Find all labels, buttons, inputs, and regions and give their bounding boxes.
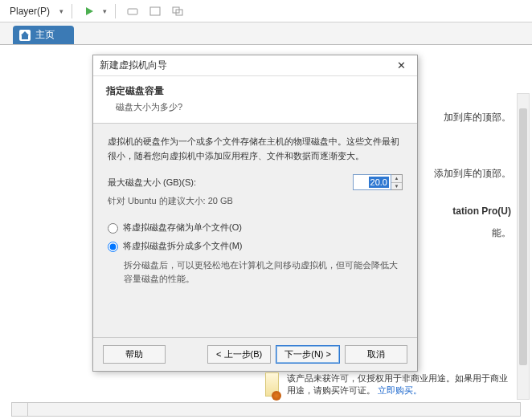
send-key-icon[interactable] — [124, 2, 141, 20]
play-icon[interactable] — [80, 2, 98, 20]
disk-size-input[interactable]: 20.0 — [353, 174, 391, 190]
unity-icon[interactable] — [169, 2, 186, 20]
spinner-down-icon[interactable]: ▼ — [391, 183, 402, 190]
wizard-description: 虚拟机的硬盘作为一个或多个文件存储在主机的物理磁盘中。这些文件最初很小，随着您向… — [108, 135, 403, 163]
svg-marker-0 — [86, 7, 93, 15]
player-menu[interactable]: Player(P) — [5, 4, 55, 18]
close-icon[interactable]: ✕ — [392, 59, 411, 71]
statusbar-cell — [12, 403, 28, 416]
split-note-text: 拆分磁盘后，可以更轻松地在计算机之间移动虚拟机，但可能会降低大容量磁盘的性能。 — [124, 258, 403, 285]
bg-text-3: tation Pro(U) — [452, 205, 511, 217]
radio-split-files-row[interactable]: 将虚拟磁盘拆分成多个文件(M) — [108, 240, 403, 252]
separator — [72, 4, 72, 18]
disk-size-row: 最大磁盘大小 (GB)(S): 20.0 ▲▼ — [108, 174, 403, 190]
wizard-title-text: 新建虚拟机向导 — [100, 59, 167, 72]
bg-text-4: 能。 — [492, 226, 511, 240]
recommended-size-text: 针对 Ubuntu 的建议大小: 20 GB — [108, 195, 403, 207]
radio-split-files[interactable] — [108, 242, 118, 252]
svg-rect-7 — [22, 35, 28, 39]
size-spinner[interactable]: ▲▼ — [391, 174, 403, 190]
scrollbar-thumb[interactable] — [519, 108, 527, 365]
menu-dropdown-arrow[interactable]: ▾ — [59, 7, 63, 15]
disk-size-label: 最大磁盘大小 (GB)(S): — [108, 177, 196, 189]
radio-single-file-row[interactable]: 将虚拟磁盘存储为单个文件(O) — [108, 222, 403, 234]
wizard-header: 指定磁盘容量 磁盘大小为多少? — [93, 76, 417, 124]
content-area: 欢迎使用 VMware Workstation 加到库的顶部。 添加到库的顶部。… — [0, 45, 532, 419]
radio-single-file-label: 将虚拟磁盘存储为单个文件(O) — [123, 222, 242, 234]
vertical-scrollbar[interactable] — [517, 93, 530, 400]
bg-text-1: 加到库的顶部。 — [444, 111, 511, 124]
tab-home-label: 主页 — [35, 28, 55, 42]
separator — [115, 4, 116, 18]
play-dropdown-arrow[interactable]: ▾ — [103, 7, 107, 15]
new-vm-wizard-dialog: 新建虚拟机向导 ✕ 指定磁盘容量 磁盘大小为多少? 虚拟机的硬盘作为一个或多个文… — [92, 55, 418, 372]
spinner-up-icon[interactable]: ▲ — [391, 175, 402, 183]
wizard-button-bar: 帮助 < 上一步(B) 下一步(N) > 取消 — [93, 337, 417, 371]
statusbar — [11, 402, 521, 417]
next-button[interactable]: 下一步(N) > — [276, 345, 340, 364]
license-footer: 该产品未获许可，仅授权用于非商业用途。如果用于商业用途，请购买许可证。 立即购买… — [265, 372, 516, 397]
wizard-heading: 指定磁盘容量 — [106, 84, 404, 98]
radio-single-file[interactable] — [108, 223, 118, 234]
cancel-button[interactable]: 取消 — [345, 345, 407, 364]
svg-rect-1 — [128, 9, 137, 14]
certificate-icon — [265, 372, 279, 397]
wizard-body: 虚拟机的硬盘作为一个或多个文件存储在主机的物理磁盘中。这些文件最初很小，随着您向… — [93, 124, 417, 337]
home-icon — [19, 30, 31, 41]
wizard-subheading: 磁盘大小为多少? — [106, 101, 404, 113]
tabs-row: 主页 — [0, 22, 532, 45]
wizard-titlebar: 新建虚拟机向导 ✕ — [93, 55, 417, 76]
buy-link[interactable]: 立即购买。 — [378, 385, 422, 395]
fullscreen-icon[interactable] — [146, 2, 164, 20]
back-button[interactable]: < 上一步(B) — [207, 345, 271, 364]
help-button[interactable]: 帮助 — [103, 345, 166, 364]
menubar: Player(P) ▾ ▾ — [0, 0, 532, 22]
radio-split-files-label: 将虚拟磁盘拆分成多个文件(M) — [123, 240, 243, 252]
bg-text-2: 添加到库的顶部。 — [434, 167, 511, 181]
tab-home[interactable]: 主页 — [13, 26, 74, 44]
svg-rect-2 — [150, 7, 160, 15]
